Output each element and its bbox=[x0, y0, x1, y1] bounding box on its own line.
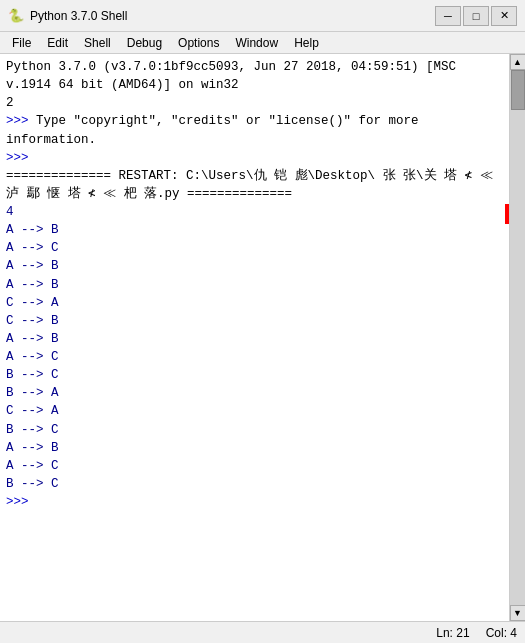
menu-edit[interactable]: Edit bbox=[39, 34, 76, 52]
scroll-thumb[interactable] bbox=[511, 70, 525, 110]
minimize-button[interactable]: ─ bbox=[435, 6, 461, 26]
error-mark bbox=[505, 204, 509, 224]
menu-options[interactable]: Options bbox=[170, 34, 227, 52]
scroll-up-button[interactable]: ▲ bbox=[510, 54, 526, 70]
col-number: Col: 4 bbox=[486, 626, 517, 640]
scrollbar[interactable]: ▲ ▼ bbox=[509, 54, 525, 621]
close-button[interactable]: ✕ bbox=[491, 6, 517, 26]
menu-file[interactable]: File bbox=[4, 34, 39, 52]
scroll-track[interactable] bbox=[510, 70, 525, 605]
status-bar: Ln: 21 Col: 4 bbox=[0, 621, 525, 643]
menu-debug[interactable]: Debug bbox=[119, 34, 170, 52]
title-bar: 🐍 Python 3.7.0 Shell ─ □ ✕ bbox=[0, 0, 525, 32]
window-title: Python 3.7.0 Shell bbox=[30, 9, 435, 23]
maximize-button[interactable]: □ bbox=[463, 6, 489, 26]
menu-shell[interactable]: Shell bbox=[76, 34, 119, 52]
menu-help[interactable]: Help bbox=[286, 34, 327, 52]
app-icon: 🐍 bbox=[8, 8, 24, 24]
menu-window[interactable]: Window bbox=[227, 34, 286, 52]
window-controls: ─ □ ✕ bbox=[435, 6, 517, 26]
line-number: Ln: 21 bbox=[436, 626, 469, 640]
scroll-down-button[interactable]: ▼ bbox=[510, 605, 526, 621]
menu-bar: File Edit Shell Debug Options Window Hel… bbox=[0, 32, 525, 54]
shell-output[interactable]: Python 3.7.0 (v3.7.0:1bf9cc5093, Jun 27 … bbox=[0, 54, 509, 621]
main-container: Python 3.7.0 (v3.7.0:1bf9cc5093, Jun 27 … bbox=[0, 54, 525, 621]
